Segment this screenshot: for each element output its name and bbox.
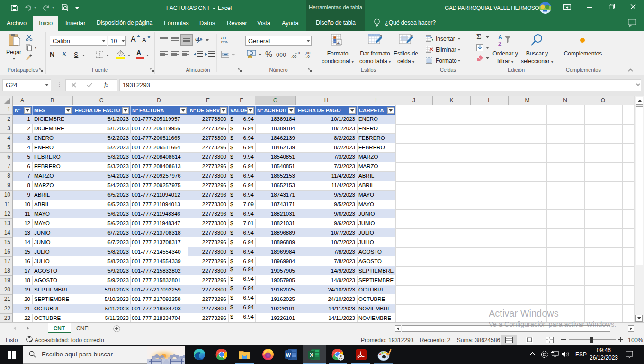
svg-text:→,0: →,0 bbox=[303, 55, 310, 58]
svg-text:X: X bbox=[310, 352, 313, 358]
svg-text:Z: Z bbox=[498, 41, 501, 47]
svg-text:c: c bbox=[221, 39, 224, 43]
svg-text:A: A bbox=[498, 34, 502, 41]
svg-text:≠: ≠ bbox=[337, 40, 340, 45]
svg-text:,00: ,00 bbox=[291, 55, 297, 58]
svg-text:W: W bbox=[286, 352, 291, 358]
